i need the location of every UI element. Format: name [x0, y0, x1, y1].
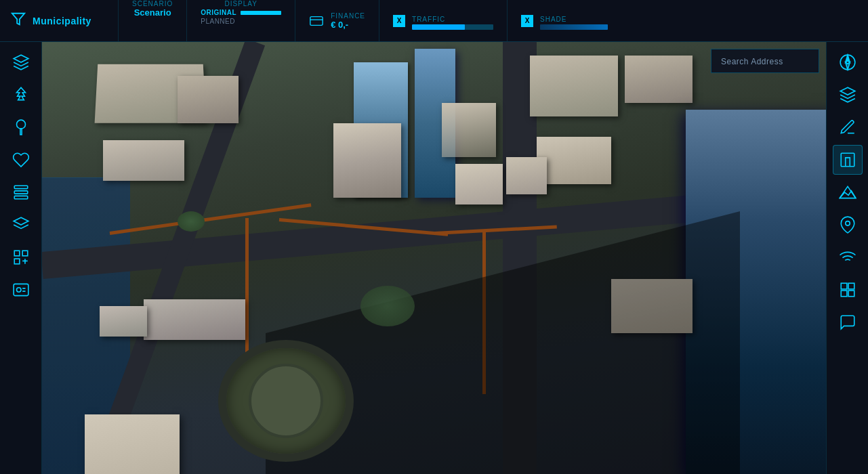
finance-section: finance € 0,-: [295, 0, 379, 41]
building-tr-2: [625, 56, 693, 103]
building-cl-1: [144, 299, 245, 340]
display-section: display ORIGINAL PLANNED: [187, 0, 295, 41]
right-sidebar: [826, 42, 868, 474]
sidebar-btn-heart[interactable]: [6, 145, 36, 175]
svg-marker-9: [14, 217, 28, 225]
svg-point-21: [845, 221, 850, 226]
svg-rect-7: [14, 191, 28, 194]
sidebar-btn-terrain[interactable]: [833, 177, 863, 207]
display-options: ORIGINAL PLANNED: [201, 9, 281, 25]
traffic-bar-fill: [412, 24, 465, 30]
sidebar-btn-layers[interactable]: [6, 47, 36, 77]
svg-rect-1: [310, 16, 323, 25]
building-mid-2: [506, 157, 547, 194]
route-4: [245, 218, 249, 353]
sidebar-btn-stack[interactable]: [6, 177, 36, 207]
sidebar-btn-analysis[interactable]: [6, 242, 36, 272]
svg-rect-23: [841, 283, 847, 289]
svg-marker-0: [12, 14, 24, 25]
svg-marker-17: [845, 62, 850, 70]
shade-bar: [540, 24, 608, 30]
display-planned-label: PLANNED: [201, 18, 235, 25]
sidebar-btn-data-layers[interactable]: [6, 210, 36, 240]
sidebar-btn-wifi[interactable]: [833, 242, 863, 272]
display-original-bar: [241, 11, 281, 15]
display-title: display: [224, 0, 257, 7]
roundabout-inner: [249, 364, 323, 438]
toolbar: Municipality scenario Scenario display O…: [0, 0, 868, 42]
svg-point-4: [16, 120, 25, 129]
svg-marker-20: [840, 186, 856, 198]
building-center-1: [333, 123, 401, 198]
display-option-planned[interactable]: PLANNED: [201, 18, 281, 25]
svg-rect-25: [841, 290, 847, 297]
city-scene: [42, 42, 826, 474]
search-address-box[interactable]: Search Address: [711, 49, 819, 73]
sidebar-btn-layers2[interactable]: [833, 275, 863, 305]
svg-rect-11: [22, 251, 28, 256]
building-mid-1: [455, 164, 503, 204]
search-address-label: Search Address: [721, 57, 783, 66]
sidebar-btn-building-r[interactable]: [833, 145, 863, 175]
display-option-original[interactable]: ORIGINAL: [201, 9, 281, 16]
route-5: [482, 232, 486, 394]
building-tl-3: [103, 140, 184, 181]
filter-icon: [11, 12, 26, 30]
svg-rect-6: [14, 186, 28, 188]
sidebar-btn-compass[interactable]: [833, 47, 863, 77]
building-right-tower: [686, 110, 826, 474]
sidebar-btn-pencil[interactable]: [833, 112, 863, 142]
finance-value: € 0,-: [331, 20, 365, 30]
traffic-bar: [412, 24, 493, 30]
municipality-label: Municipality: [33, 16, 91, 26]
traffic-x-icon: X: [393, 15, 405, 27]
shade-title: shade: [540, 16, 566, 23]
svg-marker-16: [845, 55, 850, 62]
vegetation-1: [360, 286, 415, 326]
shade-section: X shade: [508, 0, 621, 41]
svg-marker-18: [840, 87, 855, 95]
sidebar-btn-map-pin[interactable]: [833, 210, 863, 240]
sidebar-btn-tree1[interactable]: [6, 80, 36, 110]
left-sidebar: [0, 42, 42, 474]
scenario-value: Scenario: [134, 7, 171, 18]
building-tr-1: [530, 56, 618, 116]
display-original-label: ORIGINAL: [201, 9, 236, 16]
map-area[interactable]: [42, 42, 826, 474]
traffic-title: traffic: [412, 16, 445, 23]
svg-marker-3: [14, 55, 28, 62]
sidebar-btn-tree2[interactable]: [6, 112, 36, 142]
municipality-section: Municipality: [0, 0, 119, 41]
shade-x-icon: X: [521, 15, 533, 27]
traffic-section: X traffic: [379, 0, 508, 41]
scenario-title: scenario: [132, 0, 173, 7]
building-br-white: [611, 279, 693, 333]
vegetation-2: [178, 211, 205, 232]
building-tr-3: [537, 137, 611, 184]
traffic-details: traffic: [412, 12, 493, 30]
finance-title: finance: [331, 12, 365, 20]
sidebar-btn-layers-r[interactable]: [833, 80, 863, 110]
sidebar-btn-settings[interactable]: [6, 275, 36, 305]
scenario-section: scenario Scenario: [119, 0, 187, 41]
building-bottom-left: [85, 414, 180, 474]
building-center-2: [442, 103, 496, 157]
svg-rect-12: [14, 259, 20, 264]
svg-rect-26: [848, 290, 854, 297]
svg-point-14: [16, 288, 21, 293]
finance-icon: [309, 14, 324, 28]
svg-rect-10: [14, 251, 20, 256]
finance-details: finance € 0,-: [331, 12, 365, 30]
svg-rect-24: [848, 283, 854, 289]
building-tl-2: [178, 76, 239, 123]
shade-details: shade: [540, 12, 608, 30]
building-cl-2: [100, 306, 147, 337]
svg-rect-5: [20, 129, 21, 135]
sidebar-btn-chat[interactable]: [833, 307, 863, 337]
traffic-bar-container: [412, 24, 493, 30]
svg-rect-19: [841, 153, 854, 167]
svg-rect-8: [14, 196, 28, 198]
